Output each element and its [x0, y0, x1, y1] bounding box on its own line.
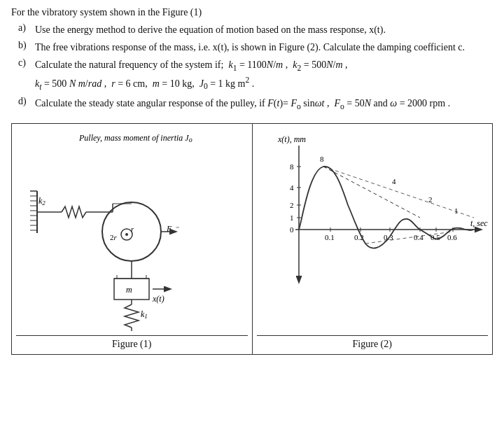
svg-text:Pulley, mass moment of inertia: Pulley, mass moment of inertia Jo: [78, 133, 192, 143]
figure1-caption: Figure (1): [16, 335, 248, 350]
svg-text:8: 8: [320, 155, 324, 163]
svg-text:0: 0: [290, 225, 294, 234]
svg-line-71: [323, 167, 420, 218]
figures-row: Pulley, mass moment of inertia Jo k2: [11, 123, 493, 355]
problem-title: For the vibratory system shown in the Fi…: [11, 7, 493, 18]
figure2-svg: x(t), mm t, sec 8 4: [257, 128, 488, 331]
svg-text:1: 1: [454, 206, 458, 215]
figure1-svg: Pulley, mass moment of inertia Jo k2: [23, 128, 240, 331]
svg-text:1: 1: [290, 213, 294, 222]
part-c-text: Calculate the natural frequency of the s…: [35, 57, 493, 93]
parts-list: a) Use the energy method to derive the e…: [11, 22, 493, 113]
svg-text:x(t): x(t): [152, 294, 164, 304]
svg-text:Fc⁻: Fc⁻: [166, 224, 180, 234]
figure2-content: x(t), mm t, sec 8 4: [257, 128, 489, 331]
figure2-caption: Figure (2): [257, 335, 489, 350]
svg-text:8: 8: [290, 162, 294, 171]
part-d-label: d): [18, 96, 31, 107]
svg-text:0.1: 0.1: [325, 233, 335, 241]
svg-text:k2: k2: [38, 196, 46, 206]
part-a-label: a): [18, 22, 31, 34]
svg-point-16: [125, 233, 128, 236]
svg-text:r: r: [131, 225, 134, 233]
svg-line-72: [323, 167, 474, 218]
part-a: a) Use the energy method to derive the e…: [18, 22, 493, 37]
svg-text:0.4: 0.4: [414, 233, 424, 241]
part-d-text: Calculate the steady state angular respo…: [35, 96, 493, 113]
figure2-box: x(t), mm t, sec 8 4: [253, 124, 493, 354]
svg-text:2: 2: [290, 201, 294, 209]
problem-statement: For the vibratory system shown in the Fi…: [11, 7, 493, 113]
svg-text:4: 4: [290, 183, 294, 192]
svg-text:m: m: [126, 285, 132, 295]
part-a-text: Use the energy method to derive the equa…: [35, 22, 493, 37]
svg-text:0.6: 0.6: [447, 233, 457, 241]
part-c: c) Calculate the natural frequency of th…: [18, 57, 493, 93]
part-b: b) The free vibrations response of the m…: [18, 40, 493, 55]
svg-text:2: 2: [428, 195, 433, 204]
figure1-content: Pulley, mass moment of inertia Jo k2: [16, 128, 248, 331]
svg-text:4: 4: [392, 177, 396, 185]
svg-text:t, sec: t, sec: [470, 218, 488, 228]
part-c-label: c): [18, 57, 31, 69]
svg-text:x(t), mm: x(t), mm: [277, 134, 306, 144]
part-b-text: The free vibrations response of the mass…: [35, 40, 493, 55]
svg-text:k1: k1: [141, 309, 148, 320]
part-b-label: b): [18, 40, 31, 51]
svg-text:2r: 2r: [110, 233, 118, 241]
part-d: d) Calculate the steady state angular re…: [18, 96, 493, 113]
figure1-box: Pulley, mass moment of inertia Jo k2: [12, 124, 253, 354]
